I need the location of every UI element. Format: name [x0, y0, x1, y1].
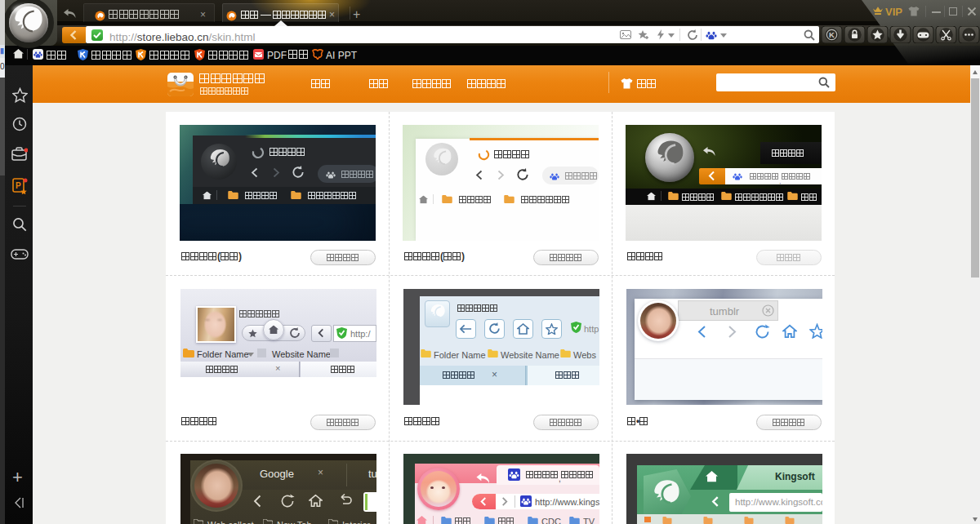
- svg-text:P: P: [16, 181, 21, 190]
- svg-text:K: K: [829, 30, 835, 39]
